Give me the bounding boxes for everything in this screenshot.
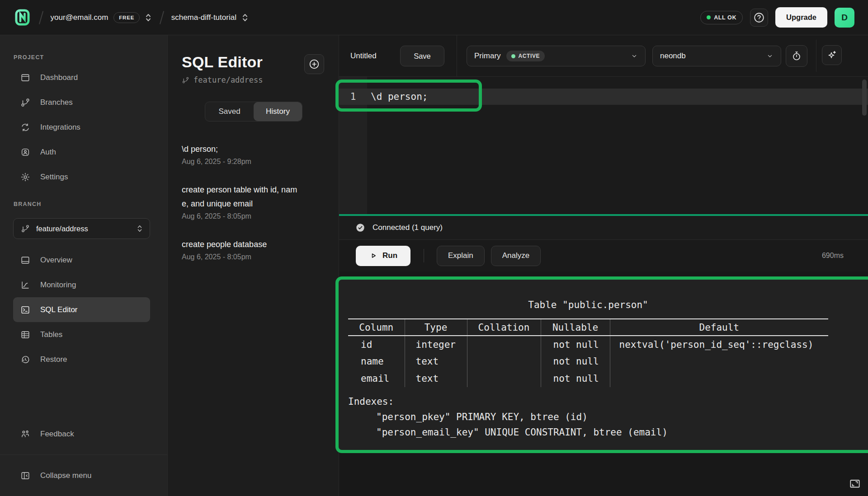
auth-badge-icon — [20, 147, 30, 157]
check-circle-icon — [355, 223, 365, 233]
run-button[interactable]: Run — [356, 246, 410, 266]
topbar-divider — [816, 40, 816, 72]
new-query-button[interactable] — [304, 54, 324, 74]
toolbar-divider — [424, 249, 424, 262]
history-item[interactable]: create people database Aug 6, 2025 - 8:0… — [182, 238, 303, 261]
sidebar-divider — [0, 454, 167, 455]
save-button[interactable]: Save — [400, 46, 444, 66]
cell: not null — [541, 370, 610, 387]
sidebar-item-label: Monitoring — [40, 281, 76, 290]
sql-editor-panel: SQL Editor feature/address Saved History… — [168, 35, 339, 496]
git-branch-icon — [182, 76, 189, 84]
history-item[interactable]: create person table with id, name, and u… — [182, 183, 303, 220]
query-duration: 690ms — [822, 252, 844, 260]
compute-status-badge: ACTIVE — [506, 51, 545, 61]
cell — [467, 370, 541, 387]
chevron-down-icon — [766, 52, 774, 60]
history-list: \d person; Aug 6, 2025 - 9:28pm create p… — [182, 142, 339, 261]
database-selector[interactable]: neondb — [652, 46, 781, 66]
sidebar-item-integrations[interactable]: Integrations — [0, 115, 158, 140]
compute-selector[interactable]: Primary ACTIVE — [467, 46, 646, 66]
col-header: Collation — [467, 319, 541, 336]
sidebar-item-settings[interactable]: Settings — [0, 164, 158, 189]
cell: not null — [541, 336, 610, 353]
branch-selector[interactable]: feature/address — [13, 218, 150, 239]
history-item-title: \d person; — [182, 142, 303, 156]
table-row: email text not null — [348, 370, 828, 387]
dashboard-icon — [20, 73, 30, 83]
upgrade-button[interactable]: Upgrade — [775, 7, 827, 28]
integrations-icon — [20, 122, 30, 132]
sidebar-item-dashboard[interactable]: Dashboard — [0, 65, 158, 90]
sidebar-item-sql-editor[interactable]: SQL Editor — [13, 297, 150, 322]
saved-history-toggle: Saved History — [205, 102, 302, 122]
sidebar-item-overview[interactable]: Overview — [0, 248, 158, 272]
sidebar-item-auth[interactable]: Auth — [0, 140, 158, 164]
cell: text — [405, 353, 467, 370]
code-editor[interactable]: 1 \d person; — [339, 77, 868, 214]
compute-status-label: ACTIVE — [519, 53, 540, 59]
plan-badge: FREE — [113, 12, 140, 23]
git-branch-icon — [20, 98, 30, 108]
breadcrumb-divider — [39, 11, 43, 24]
ai-assist-button[interactable] — [822, 45, 842, 65]
sidebar-item-label: Integrations — [40, 123, 80, 132]
tab-history[interactable]: History — [254, 102, 302, 121]
sidebar-item-restore[interactable]: Restore — [0, 347, 158, 372]
chevron-down-icon — [631, 52, 638, 60]
history-item-date: Aug 6, 2025 - 8:05pm — [182, 253, 303, 261]
cell: name — [348, 353, 405, 370]
query-tab-title[interactable]: Untitled — [350, 35, 377, 77]
active-code-line[interactable]: 1 \d person; — [339, 89, 868, 105]
sidebar-item-monitoring[interactable]: Monitoring — [0, 272, 158, 297]
query-toolbar: Run Explain Analyze 690ms — [339, 240, 868, 271]
history-item-title: create person table with id, name, and u… — [182, 183, 303, 211]
chevron-up-down-icon — [136, 224, 143, 234]
help-button[interactable] — [750, 9, 768, 27]
section-label-project: PROJECT — [14, 54, 167, 61]
result-table: Column Type Collation Nullable Default i… — [348, 318, 828, 387]
project-name[interactable]: schema-diff-tutorial — [171, 13, 236, 22]
code-text: \d person; — [371, 89, 428, 105]
collapse-menu-button[interactable]: Collapse menu — [0, 463, 158, 488]
selected-branch-name: feature/address — [36, 225, 130, 233]
user-avatar[interactable]: D — [835, 8, 854, 28]
sidebar-item-tables[interactable]: Tables — [0, 322, 158, 347]
expand-results-icon[interactable] — [848, 478, 862, 490]
sidebar-item-label: Restore — [40, 355, 67, 364]
table-row: name text not null — [348, 353, 828, 370]
col-header: Default — [610, 319, 828, 336]
annotation-box-results: Table "public.person" Column Type Collat… — [335, 276, 868, 453]
panel-branch-name: feature/address — [193, 75, 263, 84]
tab-saved[interactable]: Saved — [205, 102, 254, 121]
cell: not null — [541, 353, 610, 370]
git-branch-icon — [21, 224, 30, 233]
connection-status-bar: Connected (1 query) — [339, 216, 868, 240]
col-header: Type — [405, 319, 467, 336]
neon-logo-icon[interactable] — [14, 9, 32, 27]
sidebar-item-feedback[interactable]: Feedback — [0, 421, 158, 446]
stopwatch-icon — [791, 51, 802, 61]
query-timer-button[interactable] — [786, 45, 807, 67]
history-item-date: Aug 6, 2025 - 9:28pm — [182, 158, 303, 166]
breadcrumb-divider — [160, 11, 164, 24]
explain-button[interactable]: Explain — [437, 246, 485, 266]
system-status-badge[interactable]: ALL OK — [700, 11, 743, 24]
gear-icon — [20, 172, 30, 182]
collapse-panel-icon — [20, 471, 30, 481]
restore-history-icon — [20, 355, 30, 365]
col-header: Nullable — [541, 319, 610, 336]
account-selector-icon[interactable] — [144, 12, 152, 23]
col-header: Column — [348, 319, 405, 336]
sidebar-item-label: Collapse menu — [40, 471, 91, 480]
account-email[interactable]: your@email.com — [51, 13, 108, 22]
sidebar-item-label: Branches — [40, 98, 73, 107]
play-icon — [369, 251, 378, 260]
editor-scrollbar[interactable] — [862, 80, 867, 116]
cell: integer — [405, 336, 467, 353]
history-item-title: create people database — [182, 238, 303, 252]
sidebar-item-branches[interactable]: Branches — [0, 90, 158, 115]
analyze-button[interactable]: Analyze — [491, 246, 541, 266]
project-selector-icon[interactable] — [241, 12, 249, 23]
history-item[interactable]: \d person; Aug 6, 2025 - 9:28pm — [182, 142, 303, 166]
